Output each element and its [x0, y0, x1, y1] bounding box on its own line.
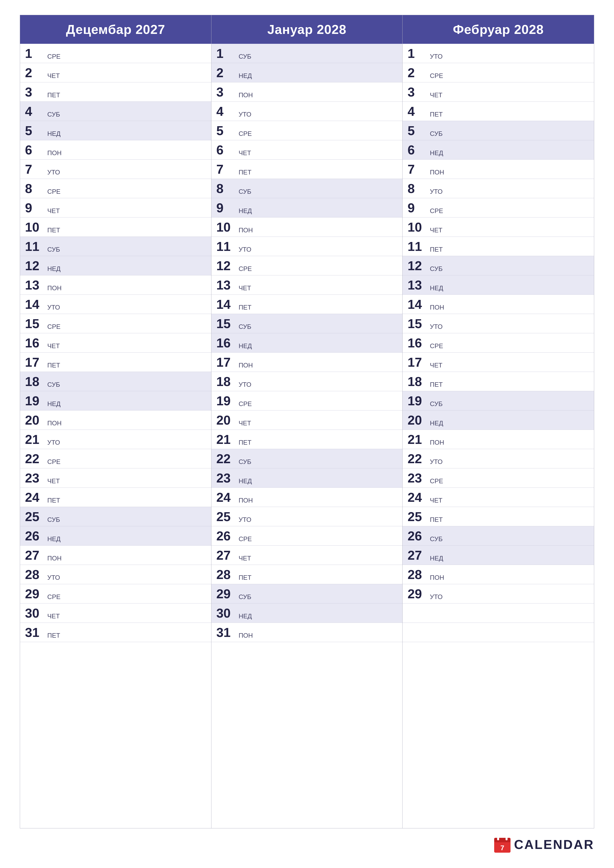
- day-name-1-5: ЧЕТ: [239, 149, 251, 158]
- day-name-1-11: СРЕ: [239, 265, 252, 274]
- day-number-2-26: 27: [407, 549, 427, 562]
- day-row-1-14: 15СУБ: [211, 314, 403, 333]
- day-name-2-28: УТО: [430, 593, 442, 602]
- day-number-1-19: 20: [216, 414, 236, 426]
- day-name-0-27: УТО: [47, 574, 60, 583]
- svg-text:7: 7: [501, 844, 504, 852]
- day-row-1-27: 28ПЕТ: [211, 565, 403, 584]
- day-number-2-5: 6: [407, 144, 427, 157]
- day-row-1-18: 19СРЕ: [211, 391, 403, 411]
- day-number-1-30: 31: [216, 626, 236, 639]
- day-number-1-16: 17: [216, 356, 236, 369]
- day-row-2-0: 1УТО: [403, 44, 594, 63]
- day-name-2-9: ЧЕТ: [430, 226, 442, 235]
- month-header-2: Фебруар 2028: [403, 15, 594, 44]
- day-number-2-2: 3: [407, 85, 427, 98]
- day-row-0-27: 28УТО: [20, 565, 211, 584]
- day-name-2-2: ЧЕТ: [430, 91, 442, 100]
- day-number-0-23: 24: [25, 491, 45, 504]
- day-number-1-13: 14: [216, 298, 236, 311]
- day-row-1-23: 24ПОН: [211, 488, 403, 507]
- day-row-1-26: 27ЧЕТ: [211, 546, 403, 565]
- day-number-0-15: 16: [25, 336, 45, 349]
- day-name-1-29: НЕД: [239, 612, 252, 621]
- day-number-1-8: 9: [216, 202, 236, 214]
- svg-rect-3: [505, 836, 508, 840]
- day-name-2-20: ПОН: [430, 439, 444, 447]
- day-row-2-5: 6НЕД: [403, 140, 594, 160]
- day-row-1-20: 21ПЕТ: [211, 430, 403, 449]
- day-row-0-2: 3ПЕТ: [20, 82, 211, 102]
- month-column-2: Фебруар 20281УТО2СРЕ3ЧЕТ4ПЕТ5СУБ6НЕД7ПОН…: [403, 15, 594, 828]
- day-name-0-26: ПОН: [47, 555, 62, 563]
- day-number-1-3: 4: [216, 105, 236, 118]
- day-row-0-30: 31ПЕТ: [20, 623, 211, 642]
- day-number-0-1: 2: [25, 66, 45, 79]
- day-name-0-11: НЕД: [47, 265, 61, 274]
- day-row-1-7: 8СУБ: [211, 179, 403, 198]
- day-name-0-0: СРЕ: [47, 53, 61, 61]
- day-number-1-25: 26: [216, 530, 236, 542]
- day-number-2-17: 18: [407, 375, 427, 388]
- day-row-2-26: 27НЕД: [403, 546, 594, 565]
- day-name-2-5: НЕД: [430, 149, 443, 158]
- page: Децембар 20271СРЕ2ЧЕТ3ПЕТ4СУБ5НЕД6ПОН7УТ…: [0, 0, 614, 868]
- day-name-1-7: СУБ: [239, 188, 252, 197]
- day-row-1-2: 3ПОН: [211, 82, 403, 102]
- day-number-1-24: 25: [216, 510, 236, 523]
- day-number-0-21: 22: [25, 452, 45, 465]
- day-name-0-5: ПОН: [47, 149, 62, 158]
- day-number-0-16: 17: [25, 356, 45, 369]
- month-header-0: Децембар 2027: [20, 15, 211, 44]
- day-number-2-9: 10: [407, 221, 427, 234]
- day-name-1-9: ПОН: [239, 226, 253, 235]
- day-name-0-2: ПЕТ: [47, 91, 60, 100]
- day-row-2-8: 9СРЕ: [403, 198, 594, 217]
- day-row-1-12: 13ЧЕТ: [211, 275, 403, 295]
- day-number-1-4: 5: [216, 124, 236, 137]
- day-number-1-10: 11: [216, 240, 236, 253]
- day-name-1-20: ПЕТ: [239, 439, 252, 447]
- day-number-2-6: 7: [407, 163, 427, 176]
- day-name-2-6: ПОН: [430, 169, 444, 177]
- day-number-2-24: 25: [407, 510, 427, 523]
- day-name-0-20: УТО: [47, 439, 60, 447]
- day-row-0-8: 9ЧЕТ: [20, 198, 211, 217]
- day-row-2-2: 3ЧЕТ: [403, 82, 594, 102]
- day-name-2-12: НЕД: [430, 284, 443, 293]
- day-name-0-29: ЧЕТ: [47, 612, 60, 621]
- day-number-1-28: 29: [216, 587, 236, 600]
- day-name-1-16: ПОН: [239, 361, 253, 370]
- day-name-0-10: СУБ: [47, 246, 60, 254]
- day-name-0-3: СУБ: [47, 111, 60, 119]
- day-row-1-19: 20ЧЕТ: [211, 411, 403, 430]
- day-number-0-26: 27: [25, 549, 45, 562]
- day-name-2-19: НЕД: [430, 419, 443, 428]
- day-row-0-9: 10ПЕТ: [20, 217, 211, 237]
- calendar-grid: Децембар 20271СРЕ2ЧЕТ3ПЕТ4СУБ5НЕД6ПОН7УТ…: [20, 15, 594, 828]
- day-name-2-3: ПЕТ: [430, 111, 443, 119]
- day-row-0-29: 30ЧЕТ: [20, 603, 211, 623]
- day-name-0-22: ЧЕТ: [47, 477, 60, 486]
- day-number-0-11: 12: [25, 259, 45, 272]
- day-name-0-13: УТО: [47, 304, 60, 312]
- day-name-1-18: СРЕ: [239, 400, 252, 409]
- day-number-0-25: 26: [25, 530, 45, 542]
- day-row-2-17: 18ПЕТ: [403, 372, 594, 391]
- day-row-1-1: 2НЕД: [211, 63, 403, 82]
- day-number-0-4: 5: [25, 124, 45, 137]
- day-name-1-24: УТО: [239, 516, 251, 525]
- day-number-1-22: 23: [216, 471, 236, 485]
- day-number-2-4: 5: [407, 124, 427, 137]
- day-name-0-15: ЧЕТ: [47, 342, 60, 351]
- day-name-2-25: СУБ: [430, 535, 443, 544]
- day-row-0-28: 29СРЕ: [20, 584, 211, 603]
- day-name-0-23: ПЕТ: [47, 497, 60, 505]
- day-row-1-8: 9НЕД: [211, 198, 403, 217]
- day-number-1-17: 18: [216, 375, 236, 388]
- day-name-2-7: УТО: [430, 188, 442, 197]
- day-row-1-17: 18УТО: [211, 372, 403, 391]
- day-number-0-22: 23: [25, 471, 45, 485]
- day-name-1-26: ЧЕТ: [239, 555, 251, 563]
- month-column-0: Децембар 20271СРЕ2ЧЕТ3ПЕТ4СУБ5НЕД6ПОН7УТ…: [20, 15, 211, 828]
